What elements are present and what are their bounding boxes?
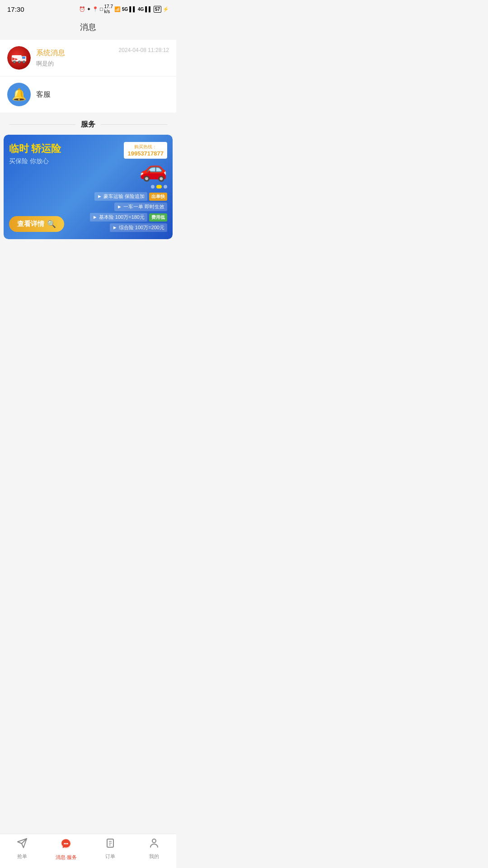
status-bar: 17:30 ⏰ ✦ 📍 □ 17.7k/s 📶 5G ▌▌ 4G ▌▌ 57 ⚡ [0,0,176,16]
feature-badge-3: 费用低 [149,213,167,222]
feature-text-3: ► 基本险 100万=180元 [90,213,147,222]
feature-list: ► 豪车运输 保险追加 出单快 ► 一车一单 即时生效 ► 基本险 100万=1… [90,192,167,232]
service-section-divider: 服务 [0,113,176,135]
page-title: 消息 [80,23,96,32]
message-list: ▶ ▶ 系统消息 啊是的 2024-04-08 11:28:12 🔔 客服 [0,40,176,113]
svg-point-6 [19,61,20,63]
cs-avatar: 🔔 [7,83,31,106]
divider-line-left [9,124,75,125]
svg-rect-2 [22,57,25,59]
banner-bottom: 查看详情 🔍 ► 豪车运输 保险追加 出单快 ► 一车一单 即时生效 ► 基本险… [9,192,167,232]
battery-indicator: 57 [154,6,161,13]
banner-title-highlight: 轿运险 [31,143,61,154]
dot-3 [164,185,167,189]
system-message-name: 系统消息 [36,48,119,58]
insurance-banner[interactable]: 临时 轿运险 买保险 你放心 购买热线： 19953717877 🚗 [4,135,173,239]
feature-text-4: ► 综合险 100万=200元 [110,223,167,232]
service-section-label: 服务 [81,120,95,129]
insurance-banner-container: 临时 轿运险 买保险 你放心 购买热线： 19953717877 🚗 [4,135,173,239]
system-message-item[interactable]: ▶ ▶ 系统消息 啊是的 2024-04-08 11:28:12 [0,40,176,76]
system-avatar: ▶ ▶ [7,46,31,70]
feature-row-2: ► 一车一单 即时生效 [114,203,167,211]
page-title-bar: 消息 [0,16,176,40]
banner-title-block: 临时 轿运险 买保险 你放心 [9,142,61,165]
system-message-preview: 啊是的 [36,60,119,68]
feature-badge-1: 出单快 [149,193,167,201]
dot-2 [156,185,162,189]
car-illustration: 🚗 [139,158,167,180]
truck-svg-icon: ▶ ▶ [11,52,27,64]
hotline-label: 购买热线： [127,144,164,150]
svg-point-4 [14,61,15,63]
status-icons: ⏰ ✦ 📍 □ 17.7k/s 📶 5G ▌▌ 4G ▌▌ 57 ⚡ [79,4,169,14]
system-message-time: 2024-04-08 11:28:12 [119,47,169,53]
svg-point-8 [23,61,25,63]
magnifier-icon: 🔍 [47,220,56,228]
bell-icon: 🔔 [12,88,26,102]
feature-row-1: ► 豪车运输 保险追加 出单快 [94,192,167,201]
feature-text-1: ► 豪车运输 保险追加 [94,192,147,201]
banner-subtitle: 买保险 你放心 [9,157,61,165]
banner-right: 购买热线： 19953717877 🚗 [124,142,167,189]
divider-line-right [101,124,167,125]
banner-top: 临时 轿运险 买保险 你放心 购买热线： 19953717877 🚗 [9,142,167,189]
detail-button[interactable]: 查看详情 🔍 [9,216,64,232]
cs-message-item[interactable]: 🔔 客服 [0,76,176,113]
banner-dots [151,185,167,189]
feature-row-3: ► 基本险 100万=180元 费用低 [90,213,167,222]
status-time: 17:30 [7,5,24,13]
system-message-content: 系统消息 啊是的 [36,48,119,68]
hotline-number: 19953717877 [127,150,164,157]
empty-content-area [0,246,176,436]
banner-title-line1: 临时 轿运险 [9,142,61,156]
feature-text-2: ► 一车一单 即时生效 [114,203,167,211]
feature-row-4: ► 综合险 100万=200元 [110,223,167,232]
detail-button-label: 查看详情 [17,220,44,228]
dot-1 [151,185,155,189]
cs-name: 客服 [36,90,51,99]
